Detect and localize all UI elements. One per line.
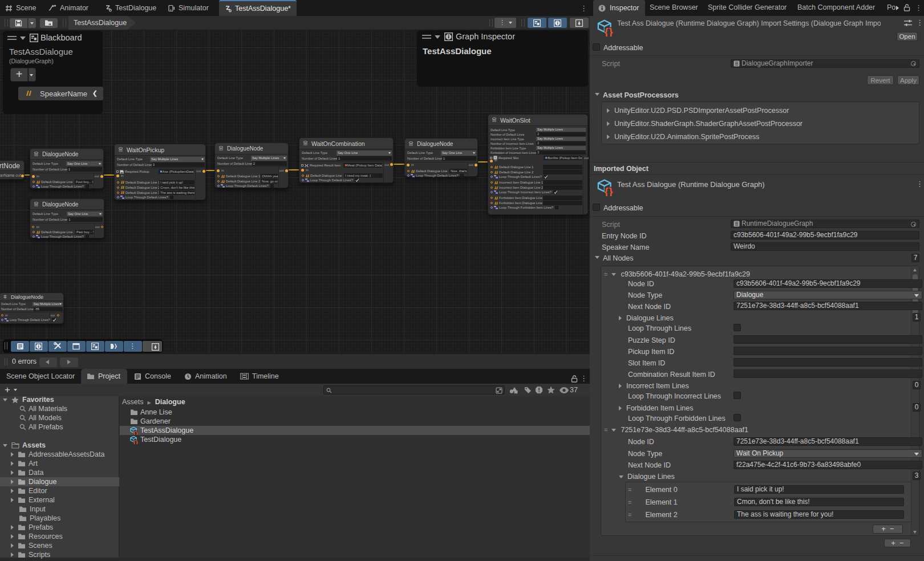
svg-text:}: } (609, 186, 613, 196)
svg-text:{: { (605, 186, 609, 196)
svg-text:}: } (136, 429, 138, 434)
svg-text:}: } (136, 438, 138, 444)
svg-text:}: } (609, 26, 613, 36)
svg-text:{: { (605, 26, 609, 36)
